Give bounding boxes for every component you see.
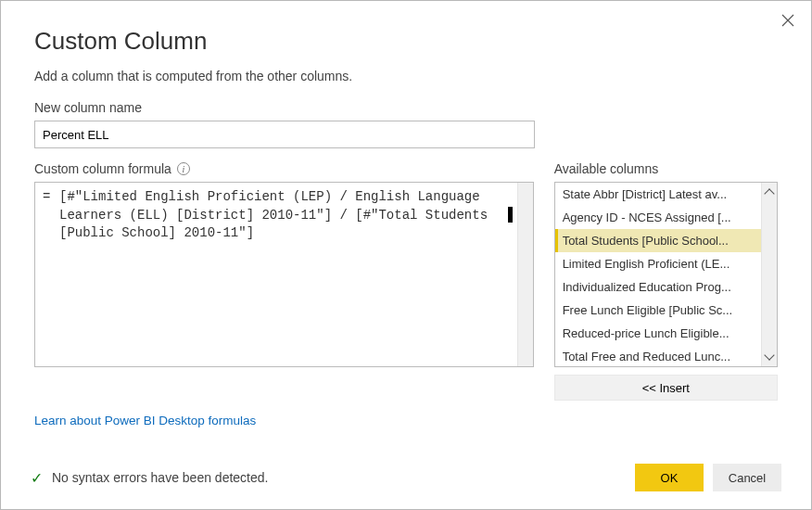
dialog-subtitle: Add a column that is computed from the o… xyxy=(34,69,778,83)
text-cursor xyxy=(508,207,513,223)
check-icon: ✓ xyxy=(31,469,43,487)
list-item[interactable]: State Abbr [District] Latest av... xyxy=(555,183,761,206)
formula-scrollbar[interactable] xyxy=(517,183,533,366)
ok-button[interactable]: OK xyxy=(635,464,704,491)
info-icon[interactable]: i xyxy=(177,162,190,175)
scroll-down-icon[interactable] xyxy=(764,350,774,360)
close-button[interactable] xyxy=(781,14,794,31)
list-item[interactable]: Total Students [Public School... xyxy=(555,229,761,252)
dialog-title: Custom Column xyxy=(34,27,778,56)
list-item[interactable]: Total Free and Reduced Lunc... xyxy=(555,345,761,367)
list-item[interactable]: Individualized Education Prog... xyxy=(555,275,761,299)
formula-label: Custom column formula i xyxy=(34,161,534,176)
scroll-up-icon[interactable] xyxy=(764,188,774,198)
list-item[interactable]: Free Lunch Eligible [Public Sc... xyxy=(555,299,761,322)
cancel-button[interactable]: Cancel xyxy=(713,464,781,491)
formula-editor[interactable]: = [#"Limited English Proficient (LEP) / … xyxy=(34,182,534,367)
status-message: No syntax errors have been detected. xyxy=(52,470,268,485)
available-columns-list[interactable]: State Abbr [District] Latest av...Agency… xyxy=(554,182,778,367)
new-column-name-input[interactable] xyxy=(34,121,535,148)
list-item[interactable]: Agency ID - NCES Assigned [... xyxy=(555,206,761,229)
list-item[interactable]: Reduced-price Lunch Eligible... xyxy=(555,322,761,345)
list-item[interactable]: Limited English Proficient (LE... xyxy=(555,252,761,275)
available-columns-label: Available columns xyxy=(554,161,778,176)
learn-link[interactable]: Learn about Power BI Desktop formulas xyxy=(34,414,256,427)
insert-button[interactable]: << Insert xyxy=(554,375,778,401)
list-scrollbar[interactable] xyxy=(761,183,777,366)
new-column-name-label: New column name xyxy=(34,100,778,115)
